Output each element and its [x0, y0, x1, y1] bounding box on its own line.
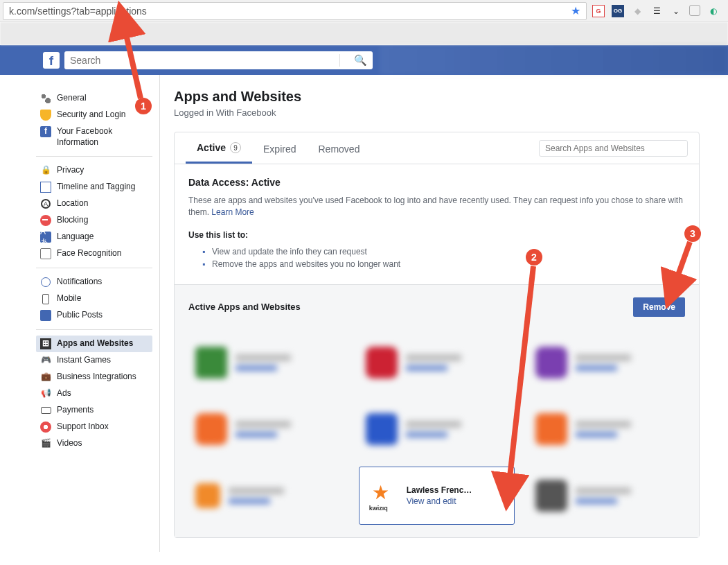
page-title: Apps and Websites: [174, 89, 700, 105]
sidebar-item-notifications[interactable]: Notifications: [36, 274, 152, 290]
sidebar-item-apps-websites[interactable]: ⊞ Apps and Websites: [36, 336, 152, 352]
bookmark-star-icon[interactable]: ★: [571, 4, 580, 17]
apps-icon: ⊞: [40, 338, 51, 349]
app-card-blurred[interactable]: [359, 333, 515, 392]
ext-icon-6[interactable]: [689, 5, 700, 16]
sidebar-item-label: Language: [57, 232, 148, 243]
sidebar-item-label: Face Recognition: [57, 248, 148, 259]
section-heading: Data Access: Active: [188, 177, 685, 188]
sidebar-item-face[interactable]: Face Recognition: [36, 245, 152, 262]
remove-button[interactable]: Remove: [633, 297, 685, 317]
sidebar-item-blocking[interactable]: Blocking: [36, 212, 152, 229]
fb-icon: f: [40, 126, 51, 137]
app-checkbox[interactable]: ✓: [497, 474, 507, 484]
main-content: Apps and Websites Logged in With Faceboo…: [159, 75, 713, 552]
section-description: These are apps and websites you've used …: [188, 195, 685, 219]
header-right-blurred: [380, 45, 728, 75]
tab-expired[interactable]: Expired: [252, 134, 307, 163]
sidebar-item-ads[interactable]: 📢 Ads: [36, 385, 152, 402]
tab-removed[interactable]: Removed: [308, 134, 371, 163]
sidebar-item-instant-games[interactable]: 🎮 Instant Games: [36, 352, 152, 369]
app-card-blurred[interactable]: [529, 467, 685, 525]
sidebar-item-label: Notifications: [57, 277, 148, 288]
sidebar-item-label: Location: [57, 198, 148, 209]
tab-active-count: 9: [230, 142, 241, 153]
kwiziq-logo-icon: ★ kwizıq: [366, 480, 398, 512]
support-icon: [40, 421, 51, 433]
sidebar-item-label: Business Integrations: [57, 372, 148, 383]
sidebar-item-label: Support Inbox: [57, 421, 148, 433]
bullet-item: View and update the info they can reques…: [202, 247, 685, 257]
url-bar[interactable]: k.com/settings?tab=applications ★: [3, 2, 587, 20]
ext-icon-5[interactable]: ⌄: [670, 5, 682, 17]
sidebar-item-label: Instant Games: [57, 355, 148, 366]
sidebar-item-location[interactable]: A Location: [36, 195, 152, 212]
sidebar-item-label: Ads: [57, 388, 148, 399]
active-apps-title: Active Apps and Websites: [188, 302, 633, 312]
page-subtitle: Logged in With Facebook: [174, 107, 700, 118]
sidebar-item-label: Public Posts: [57, 310, 148, 321]
globe-icon: [40, 277, 51, 288]
sidebar-item-timeline[interactable]: Timeline and Tagging: [36, 179, 152, 195]
sidebar-item-general[interactable]: General: [36, 90, 152, 107]
fb-logo-icon[interactable]: f: [43, 52, 60, 69]
fb-header: f 🔍: [0, 45, 728, 75]
shield-icon: [40, 110, 51, 121]
sidebar-item-business[interactable]: 💼 Business Integrations: [36, 369, 152, 385]
fb-search-box[interactable]: 🔍: [64, 51, 373, 69]
sidebar-item-label: Apps and Websites: [57, 338, 148, 349]
sidebar-item-mobile[interactable]: Mobile: [36, 290, 152, 307]
sidebar-item-label: Payments: [57, 405, 148, 416]
payments-icon: [40, 405, 51, 416]
video-icon: 🎬: [40, 438, 51, 449]
sidebar-item-security[interactable]: Security and Login: [36, 107, 152, 123]
sidebar-item-label: Videos: [57, 438, 148, 449]
tab-label: Expired: [263, 144, 296, 155]
tab-active[interactable]: Active 9: [186, 132, 252, 164]
ext-icon-1[interactable]: G: [592, 5, 605, 17]
view-edit-link[interactable]: View and edit: [407, 496, 472, 506]
sidebar-item-your-fb-info[interactable]: f Your Facebook Information: [36, 123, 152, 150]
ads-icon: 📢: [40, 388, 51, 399]
use-bullets: View and update the info they can reques…: [202, 247, 685, 269]
fb-search-input[interactable]: [70, 55, 339, 66]
browser-tab-sliver: [0, 22, 728, 45]
app-card-blurred[interactable]: [529, 333, 685, 392]
data-access-section: Data Access: Active These are apps and w…: [175, 164, 699, 284]
ext-icon-3[interactable]: ◆: [631, 5, 643, 17]
lock-icon: 🔒: [40, 165, 51, 176]
app-card-lawless-french[interactable]: ★ kwizıq Lawless Frenc… View and edit ✓: [359, 467, 515, 525]
apps-card: Active 9 Expired Removed Data Access: Ac…: [174, 132, 700, 538]
app-card-blurred[interactable]: [188, 333, 345, 392]
sidebar-item-label: Your Facebook Information: [57, 126, 148, 148]
sidebar-item-public-posts[interactable]: Public Posts: [36, 307, 152, 324]
sidebar-item-support[interactable]: Support Inbox: [36, 419, 152, 435]
app-card-blurred[interactable]: [188, 400, 345, 458]
sidebar-item-label: Blocking: [57, 215, 148, 226]
search-icon[interactable]: 🔍: [339, 54, 367, 67]
block-icon: [40, 215, 51, 226]
grid-icon: [40, 182, 51, 193]
sidebar-item-label: General: [57, 93, 148, 104]
sidebar-item-privacy[interactable]: 🔒 Privacy: [36, 162, 152, 179]
url-text: k.com/settings?tab=applications: [9, 6, 567, 17]
app-card-blurred[interactable]: [188, 467, 345, 525]
active-apps-section: Active Apps and Websites Remove: [175, 284, 699, 537]
app-card-blurred[interactable]: [359, 400, 515, 458]
sidebar-item-label: Mobile: [57, 293, 148, 304]
language-icon: Aあ: [40, 232, 51, 243]
sidebar-item-language[interactable]: Aあ Language: [36, 229, 152, 245]
sidebar-item-payments[interactable]: Payments: [36, 402, 152, 419]
learn-more-link[interactable]: Learn More: [211, 207, 254, 217]
ext-icon-2[interactable]: OG: [612, 5, 624, 17]
bullet-item: Remove the apps and websites you no long…: [202, 259, 685, 269]
ext-icon-7[interactable]: ◐: [707, 5, 720, 17]
apps-grid: ★ kwizıq Lawless Frenc… View and edit ✓: [188, 333, 685, 525]
use-list-label: Use this list to:: [188, 230, 685, 240]
tab-label: Removed: [319, 144, 360, 155]
sidebar-item-videos[interactable]: 🎬 Videos: [36, 435, 152, 452]
ext-icon-4[interactable]: ☰: [650, 5, 663, 17]
app-card-blurred[interactable]: [529, 400, 685, 458]
apps-search-input[interactable]: [539, 140, 688, 157]
tab-label: Active: [197, 142, 226, 153]
